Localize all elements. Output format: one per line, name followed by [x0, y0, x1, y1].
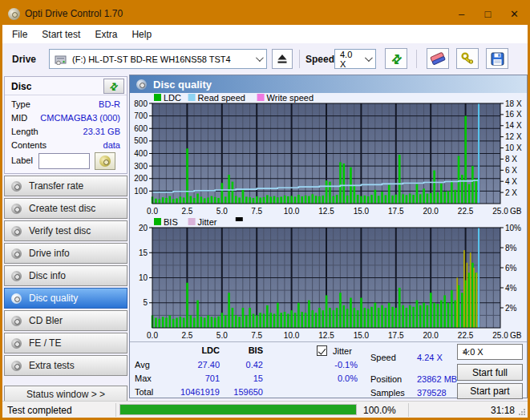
sidebar-item-verify-test-disc[interactable]: Verify test disc [4, 220, 127, 241]
svg-text:500: 500 [134, 136, 148, 145]
disc-icon [11, 181, 22, 192]
drive-value: (F:) HL-DT-ST BD-RE WH16NS58 TST4 [72, 55, 231, 64]
info-label: MID [11, 113, 27, 123]
drive-select[interactable]: (F:) HL-DT-ST BD-RE WH16NS58 TST4 [49, 49, 267, 69]
sidebar-item-disc-info[interactable]: Disc info [4, 265, 127, 286]
sidebar-item-extra-tests[interactable]: Extra tests [4, 355, 127, 376]
speed-value: 4.0 X [340, 50, 360, 69]
sidebar-item-label: Transfer rate [29, 180, 83, 192]
menu-item-help[interactable]: Help [124, 25, 159, 43]
sidebar-item-transfer-rate[interactable]: Transfer rate [4, 176, 127, 196]
svg-text:6 X: 6 X [505, 166, 517, 175]
disc-info-row: TypeBD-R [5, 99, 127, 112]
label-input[interactable] [38, 153, 90, 169]
svg-text:17.5: 17.5 [388, 331, 404, 340]
disc-quality-panel: Disc quality 1002003004005006007008002 X… [129, 75, 528, 398]
minimize-button[interactable]: – [448, 2, 475, 25]
close-button[interactable]: ✕ [501, 2, 528, 25]
speed-label: Speed [305, 54, 334, 65]
elapsed-time: 31:18 [491, 405, 515, 416]
stats-ldc-value: 27.40 [162, 360, 220, 370]
stats-area: LDC BIS Jitter Avg27.400.42-0.1%Max70115… [130, 341, 527, 398]
stats-right-value: 379528 [417, 388, 447, 398]
menu-bar: FileStart testExtraHelp [2, 25, 528, 43]
sidebar-item-create-test-disc[interactable]: Create test disc [4, 198, 127, 219]
progress-bar [119, 404, 357, 415]
panel-title: Disc quality [153, 79, 212, 91]
svg-text:600: 600 [134, 124, 148, 133]
stats-right-label: Speed [370, 353, 396, 362]
eject-icon [277, 54, 288, 64]
menu-item-start-test[interactable]: Start test [34, 25, 87, 43]
start-part-button[interactable]: Start part [457, 383, 523, 399]
info-label: Length [11, 127, 38, 136]
disc-panel-title: Disc [11, 81, 31, 92]
save-button[interactable] [486, 48, 508, 69]
svg-text:25.0: 25.0 [492, 207, 508, 216]
svg-text:BIS: BIS [164, 217, 178, 227]
svg-text:Read speed: Read speed [198, 93, 245, 103]
stats-right-label: Samples [370, 388, 405, 398]
svg-text:0.0: 0.0 [147, 331, 158, 340]
content-area: Disc ⇄ TypeBD-RMIDCMCMAGBA3 (000)Length2… [2, 75, 528, 401]
sidebar-item-disc-quality[interactable]: Disc quality [4, 288, 127, 309]
svg-text:200: 200 [134, 174, 148, 183]
title-bar: Opti Drive Control 1.70 – □ ✕ [2, 2, 528, 25]
start-full-button[interactable]: Start full [457, 364, 523, 381]
stats-bis-value: 15 [223, 374, 263, 383]
sidebar-item-label: Verify test disc [29, 225, 91, 236]
status-text: Test completed [7, 405, 72, 416]
jitter-checkbox[interactable] [317, 345, 327, 356]
sidebar-item-fe-te[interactable]: FE / TE [4, 333, 127, 353]
jitter-checkbox-label: Jitter [333, 346, 352, 356]
drive-icon [55, 54, 67, 65]
sidebar-item-label: CD Bler [29, 315, 63, 326]
stats-bis-value: 0.42 [223, 360, 263, 370]
refresh-button[interactable]: ⇄ [385, 48, 407, 69]
test-speed-select[interactable]: 4.0 X [457, 344, 523, 360]
stats-ldc-value: 701 [162, 374, 220, 383]
svg-text:10.0: 10.0 [284, 207, 300, 216]
stats-right-value: 4.24 X [417, 353, 443, 362]
svg-text:2.5: 2.5 [181, 207, 192, 216]
info-value: CMCMAGBA3 (000) [40, 113, 120, 123]
disc-info-row: Length23.31 GB [5, 127, 127, 139]
svg-text:Jitter: Jitter [198, 217, 217, 227]
svg-text:700: 700 [134, 111, 148, 120]
app-window: Opti Drive Control 1.70 – □ ✕ FileStart … [0, 0, 530, 420]
info-value: data [103, 140, 120, 150]
svg-text:10: 10 [139, 273, 148, 282]
write-label-button[interactable] [95, 152, 115, 170]
sidebar-item-cd-bler[interactable]: CD Bler [4, 310, 127, 331]
label-caption: Label [11, 155, 33, 165]
svg-text:GB: GB [510, 331, 522, 340]
svg-text:12.5: 12.5 [318, 331, 334, 340]
eject-button[interactable] [272, 49, 293, 69]
resize-grip[interactable] [518, 408, 526, 416]
svg-text:4 X: 4 X [505, 177, 517, 186]
disc-refresh-button[interactable]: ⇄ [103, 79, 124, 94]
eraser-icon [430, 52, 446, 65]
disc-icon [11, 361, 22, 371]
svg-text:8 X: 8 X [505, 155, 517, 164]
svg-text:15.0: 15.0 [354, 331, 370, 340]
stats-right-value: 23862 MB [417, 374, 457, 384]
app-disc-icon [8, 8, 20, 20]
sidebar-item-label: Create test disc [29, 203, 95, 214]
menu-item-file[interactable]: File [5, 25, 34, 43]
maximize-button[interactable]: □ [475, 2, 501, 25]
svg-text:15.0: 15.0 [354, 207, 370, 216]
progress-percent: 100.0% [363, 405, 396, 416]
settings-button[interactable] [456, 48, 479, 69]
speed-select[interactable]: 4.0 X [334, 49, 376, 69]
menu-item-extra[interactable]: Extra [87, 25, 124, 43]
statusbar-separator [408, 403, 409, 417]
svg-text:20: 20 [139, 224, 148, 232]
stats-jitter-value: 0.0% [290, 374, 358, 383]
erase-disc-button[interactable] [427, 48, 449, 69]
chevron-down-icon [256, 54, 264, 62]
sidebar-item-drive-info[interactable]: Drive info [4, 243, 127, 264]
svg-text:400: 400 [134, 149, 148, 158]
toolbar-separator [416, 50, 417, 68]
svg-text:5: 5 [143, 298, 148, 307]
